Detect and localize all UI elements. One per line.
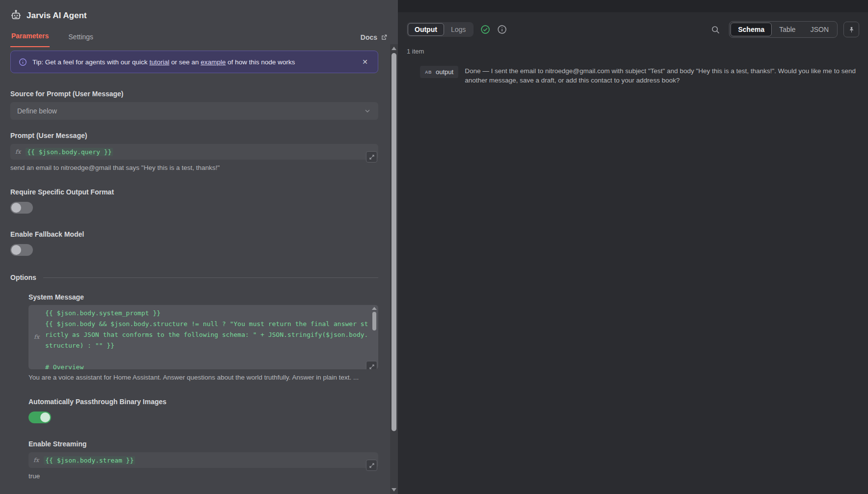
binary-images-toggle[interactable] bbox=[28, 412, 51, 423]
streaming-evaluated-hint: true bbox=[28, 472, 378, 480]
require-output-label: Require Specific Output Format bbox=[10, 188, 378, 196]
source-prompt-select[interactable]: Define below bbox=[10, 102, 378, 120]
panel-scrollbar-thumb[interactable] bbox=[392, 53, 396, 431]
streaming-expression-value: {{ $json.body.stream }} bbox=[44, 456, 135, 465]
tip-banner: Tip: Get a feel for agents with our quic… bbox=[10, 51, 378, 73]
schema-row: AB output Done — I sent the email to nit… bbox=[398, 55, 868, 85]
fallback-label: Enable Fallback Model bbox=[10, 230, 378, 238]
binary-images-label: Automatically Passthrough Binary Images bbox=[28, 398, 378, 406]
node-title: Jarvis AI Agent bbox=[27, 11, 87, 21]
streaming-label: Enable Streaming bbox=[28, 440, 378, 448]
fallback-toggle[interactable] bbox=[10, 244, 33, 256]
system-message-label: System Message bbox=[28, 293, 378, 301]
expand-expression-button[interactable] bbox=[366, 151, 377, 163]
parameters-content: Tip: Get a feel for agents with our quic… bbox=[0, 44, 390, 494]
options-title: Options bbox=[10, 274, 36, 281]
streaming-expression-input[interactable]: fx {{ $json.body.stream }} bbox=[28, 452, 378, 468]
options-section: Options bbox=[10, 274, 378, 281]
system-message-evaluated-hint: You are a voice assistant for Home Assis… bbox=[28, 374, 378, 381]
prompt-expression-input[interactable]: fx {{ $json.body.query }} bbox=[10, 144, 378, 160]
expand-expression-button[interactable] bbox=[366, 361, 377, 369]
output-header: Output Logs Schema Table JSON bbox=[398, 12, 868, 38]
tab-output[interactable]: Output bbox=[408, 23, 444, 36]
source-prompt-value: Define below bbox=[17, 107, 57, 115]
pin-icon bbox=[848, 26, 855, 33]
tip-text: Tip: Get a feel for agents with our quic… bbox=[32, 58, 295, 66]
fx-icon: fx bbox=[15, 148, 21, 155]
toggle-knob bbox=[11, 245, 21, 255]
prompt-label: Prompt (User Message) bbox=[10, 132, 378, 139]
prompt-expression-value: {{ $json.body.query }} bbox=[26, 148, 113, 156]
node-settings-panel: Jarvis AI Agent Parameters Settings Docs bbox=[0, 0, 398, 494]
source-prompt-label: Source for Prompt (User Message) bbox=[10, 90, 378, 98]
string-type-icon: AB bbox=[425, 70, 432, 75]
toggle-knob bbox=[40, 412, 50, 422]
panel-scrollbar[interactable] bbox=[390, 44, 398, 494]
view-schema[interactable]: Schema bbox=[730, 23, 772, 36]
view-mode-segmented: Schema Table JSON bbox=[729, 21, 838, 38]
output-panel: Output Logs Schema Table JSON bbox=[398, 0, 868, 494]
fx-icon: fx bbox=[33, 457, 39, 464]
output-logs-tabs: Output Logs bbox=[407, 22, 474, 37]
tutorial-link[interactable]: tutorial bbox=[149, 58, 169, 66]
docs-label: Docs bbox=[361, 33, 377, 41]
require-output-toggle[interactable] bbox=[10, 202, 33, 214]
items-count: 1 item bbox=[398, 38, 868, 55]
editor-scrollbar[interactable] bbox=[371, 306, 377, 368]
prompt-evaluated-hint: send an email to nitroedge@gmail that sa… bbox=[10, 164, 378, 171]
info-circle-icon[interactable] bbox=[497, 25, 507, 34]
success-check-icon bbox=[480, 25, 490, 34]
output-field-name: output bbox=[436, 68, 453, 76]
options-divider bbox=[43, 277, 378, 278]
example-link[interactable]: example bbox=[200, 58, 225, 66]
system-message-editor[interactable]: fx {{ $json.body.system_prompt }} {{ $js… bbox=[28, 305, 378, 369]
fx-icon: fx bbox=[34, 333, 39, 340]
external-link-icon bbox=[381, 34, 388, 41]
scroll-up-arrow[interactable] bbox=[392, 47, 396, 50]
tab-logs[interactable]: Logs bbox=[444, 23, 473, 36]
toggle-knob bbox=[11, 203, 21, 213]
search-icon[interactable] bbox=[711, 25, 720, 34]
output-field-pill[interactable]: AB output bbox=[420, 66, 458, 78]
editor-scrollbar-thumb[interactable] bbox=[372, 312, 376, 330]
robot-icon bbox=[10, 10, 22, 21]
scroll-down-arrow[interactable] bbox=[392, 488, 396, 492]
chevron-down-icon bbox=[364, 107, 371, 115]
view-table[interactable]: Table bbox=[772, 23, 803, 36]
system-message-code: {{ $json.body.system_prompt }} {{ $json.… bbox=[45, 308, 369, 369]
pin-data-button[interactable] bbox=[843, 22, 859, 37]
node-header: Jarvis AI Agent Parameters Settings Docs bbox=[0, 0, 398, 47]
output-field-value: Done — I sent the email to nitroedge@gma… bbox=[465, 67, 858, 85]
info-icon bbox=[19, 58, 27, 66]
scroll-up-arrow[interactable] bbox=[372, 307, 377, 310]
expand-expression-button[interactable] bbox=[366, 460, 377, 471]
canvas-strip bbox=[398, 0, 868, 12]
view-json[interactable]: JSON bbox=[803, 23, 836, 36]
close-icon[interactable]: ✕ bbox=[360, 57, 370, 67]
